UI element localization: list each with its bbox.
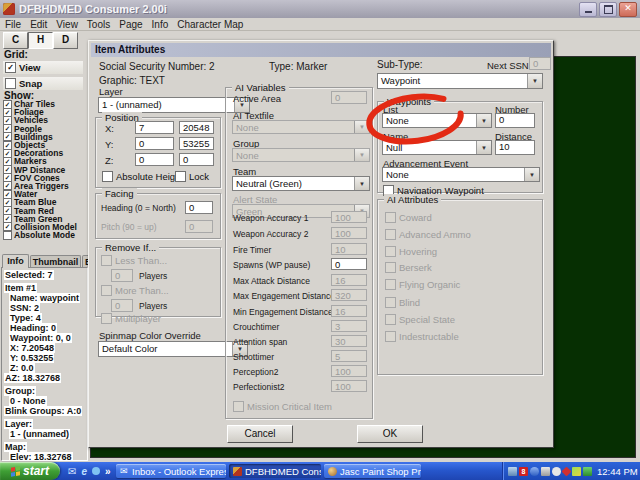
taskbar: start ✉ e » ✉ Inbox - Outlook Express DF…: [0, 462, 640, 480]
ai-row-label: Shoottimer: [233, 352, 274, 362]
menu-item-file[interactable]: File: [5, 19, 21, 30]
update-arrows-icon[interactable]: [572, 467, 581, 476]
window-title: DFBHDMED Consumer 2.00i: [19, 3, 167, 15]
cancel-button[interactable]: Cancel: [227, 425, 293, 443]
ai-attributes-caption: AI Attributes: [384, 194, 441, 205]
start-button[interactable]: start: [0, 462, 60, 480]
y-fraction-field[interactable]: 53255: [179, 137, 214, 150]
security-shield-icon[interactable]: [562, 466, 572, 476]
quicklaunch-messenger-icon[interactable]: [92, 467, 100, 475]
advancement-event-select[interactable]: None: [382, 167, 540, 182]
menu-item-tools[interactable]: Tools: [87, 19, 110, 30]
team-select[interactable]: Neutral (Green): [232, 176, 370, 191]
graphic-text: Graphic: TEXT: [99, 75, 165, 86]
less-than-label: Less Than...: [115, 255, 167, 266]
ai-attribute-label: Advanced Ammo: [399, 229, 471, 240]
x-whole-field[interactable]: 7: [135, 121, 174, 134]
scheduler-clock-icon[interactable]: [583, 467, 592, 476]
info-line: Blink Groups: A:0: [4, 406, 87, 416]
toolbar-c-button[interactable]: C: [3, 32, 28, 49]
waypoint-name-value: Null: [383, 141, 476, 154]
waypoint-distance-field[interactable]: 10: [495, 140, 535, 155]
multiplayer-label: Multiplayer: [115, 313, 161, 324]
x-label: X:: [105, 123, 114, 134]
windows-flag-icon: [11, 466, 20, 476]
minimize-button-icon[interactable]: [579, 2, 597, 17]
next-ssn-label: Next SSN: [487, 60, 529, 71]
waypoints-list-select[interactable]: None: [382, 113, 492, 128]
dialog-titlebar[interactable]: Item Attributes: [91, 43, 551, 57]
info-line: Elev: 18.32768: [4, 452, 87, 461]
ai-attribute-label: Indestructable: [399, 331, 459, 342]
menu-item-edit[interactable]: Edit: [30, 19, 47, 30]
grid-snap-label: Snap: [19, 78, 42, 89]
ai-row-label: Perception2: [233, 367, 278, 377]
quicklaunch-overflow-chevron-icon[interactable]: »: [105, 466, 111, 477]
dropdown-arrow-icon: [524, 168, 539, 181]
multiplayer-checkbox: Multiplayer: [101, 313, 161, 324]
checkbox-box: [385, 314, 396, 325]
window-titlebar[interactable]: DFBHDMED Consumer 2.00i ✕: [0, 0, 640, 18]
menu-item-view[interactable]: View: [56, 19, 78, 30]
info-line: AZ: 18.32768: [4, 373, 87, 383]
task-label: Jasc Paint Shop Pro - ...: [340, 466, 421, 477]
z-whole-field[interactable]: 0: [135, 153, 174, 166]
info-line: Group:: [4, 386, 87, 396]
subtype-select[interactable]: Waypoint: [377, 73, 543, 89]
spinmap-value: Default Color: [99, 342, 232, 356]
grid-view-checkbox[interactable]: View: [3, 61, 83, 74]
info-line: Heading: 0: [4, 323, 87, 333]
messenger-tray-icon[interactable]: [530, 467, 539, 476]
taskbar-clock[interactable]: 12:44 PM: [597, 466, 638, 477]
quicklaunch-internet-explorer-icon[interactable]: e: [81, 466, 87, 477]
quicklaunch-outlook-icon[interactable]: ✉: [68, 466, 76, 477]
waypoint-name-select[interactable]: Null: [382, 140, 492, 155]
close-button-icon[interactable]: ✕: [619, 2, 637, 17]
ok-button[interactable]: OK: [357, 425, 423, 443]
alert-badge-icon[interactable]: 8: [519, 467, 528, 476]
info-line: Map:: [4, 442, 87, 452]
advancement-event-value: None: [383, 168, 524, 181]
absolute-height-checkbox[interactable]: Absolute Height: [102, 171, 183, 182]
facing-group-caption: Facing: [102, 188, 137, 199]
show-item-absolute-mode[interactable]: Absolute Mode: [2, 231, 88, 239]
spawns-wp-pause-field[interactable]: 0: [331, 258, 367, 270]
x-fraction-field[interactable]: 20548: [179, 121, 214, 134]
active-area-label: Active Area: [233, 93, 281, 104]
hovering-checkbox: Hovering: [385, 246, 437, 257]
max-engagement-distance-field: 320: [331, 289, 367, 301]
lock-checkbox[interactable]: Lock: [175, 171, 209, 182]
tab-info[interactable]: Info: [2, 254, 29, 268]
z-fraction-field[interactable]: 0: [179, 153, 214, 166]
heading-field[interactable]: 0: [185, 201, 213, 214]
waypoint-number-field[interactable]: 0: [495, 113, 535, 128]
checkbox-box: [175, 171, 186, 182]
type-text: Type: Marker: [269, 61, 327, 72]
menu-item-page[interactable]: Page: [119, 19, 142, 30]
display-settings-icon[interactable]: [508, 467, 517, 476]
less-than-field: 0: [111, 269, 133, 282]
perception2-field: 100: [331, 365, 367, 377]
active-area-field: 0: [331, 91, 367, 104]
ai-row-label: Spawns (WP pause): [233, 260, 310, 270]
volume-icon[interactable]: [552, 467, 561, 476]
toolbar-d-button[interactable]: D: [53, 32, 78, 49]
document-tray-icon[interactable]: [541, 467, 550, 476]
menu-item-info[interactable]: Info: [152, 19, 169, 30]
checkbox-box: [385, 229, 396, 240]
special-state-checkbox: Special State: [385, 314, 455, 325]
ai-row-label: Attention span: [233, 337, 287, 347]
menu-item-character-map[interactable]: Character Map: [177, 19, 243, 30]
layer-value: 1 - (unnamed): [99, 98, 234, 112]
envelope-icon: ✉: [120, 467, 129, 476]
toolbar-h-button[interactable]: H: [28, 32, 53, 49]
taskbar-task-paint-shop-pro[interactable]: Jasc Paint Shop Pro - ...: [324, 464, 421, 478]
grid-snap-checkbox[interactable]: Snap: [3, 77, 83, 90]
checkbox-box: [385, 212, 396, 223]
y-whole-field[interactable]: 0: [135, 137, 174, 150]
ai-row-label: Fire Timer: [233, 245, 271, 255]
more-than-checkbox: More Than...: [101, 285, 169, 296]
maximize-button-icon[interactable]: [599, 2, 617, 17]
taskbar-task-dfbhdmed[interactable]: DFBHDMED Consume...: [229, 464, 321, 478]
taskbar-task-outlook[interactable]: ✉ Inbox - Outlook Express: [116, 464, 226, 478]
